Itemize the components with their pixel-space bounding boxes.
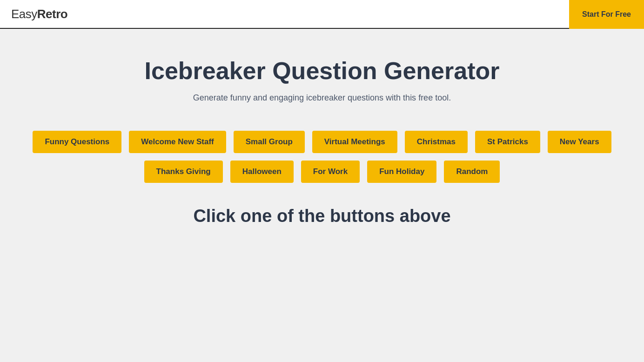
buttons-row-2: Thanks GivingHalloweenFor WorkFun Holida… bbox=[144, 161, 500, 183]
category-buttons-container: Funny QuestionsWelcome New StaffSmall Gr… bbox=[33, 131, 611, 183]
start-for-free-button[interactable]: Start For Free bbox=[569, 0, 644, 29]
category-button-virtual-meetings[interactable]: Virtual Meetings bbox=[312, 131, 397, 153]
category-button-welcome-new-staff[interactable]: Welcome New Staff bbox=[129, 131, 226, 153]
logo-easy: Easy bbox=[11, 7, 37, 21]
logo-retro: Retro bbox=[37, 7, 67, 21]
category-button-new-years[interactable]: New Years bbox=[548, 131, 611, 153]
category-button-fun-holiday[interactable]: Fun Holiday bbox=[367, 161, 436, 183]
category-button-small-group[interactable]: Small Group bbox=[234, 131, 305, 153]
category-button-st-patricks[interactable]: St Patricks bbox=[475, 131, 540, 153]
main-content: Icebreaker Question Generator Generate f… bbox=[0, 29, 644, 245]
category-button-thanks-giving[interactable]: Thanks Giving bbox=[144, 161, 223, 183]
cta-instruction: Click one of the buttons above bbox=[193, 206, 450, 226]
category-button-christmas[interactable]: Christmas bbox=[405, 131, 468, 153]
category-button-halloween[interactable]: Halloween bbox=[230, 161, 294, 183]
category-button-funny-questions[interactable]: Funny Questions bbox=[33, 131, 121, 153]
category-button-for-work[interactable]: For Work bbox=[301, 161, 360, 183]
page-title: Icebreaker Question Generator bbox=[145, 57, 500, 85]
page-subtitle: Generate funny and engaging icebreaker q… bbox=[193, 93, 451, 103]
buttons-row-1: Funny QuestionsWelcome New StaffSmall Gr… bbox=[33, 131, 611, 153]
category-button-random[interactable]: Random bbox=[444, 161, 500, 183]
site-header: EasyRetro Start For Free bbox=[0, 0, 644, 29]
site-logo: EasyRetro bbox=[11, 7, 67, 21]
